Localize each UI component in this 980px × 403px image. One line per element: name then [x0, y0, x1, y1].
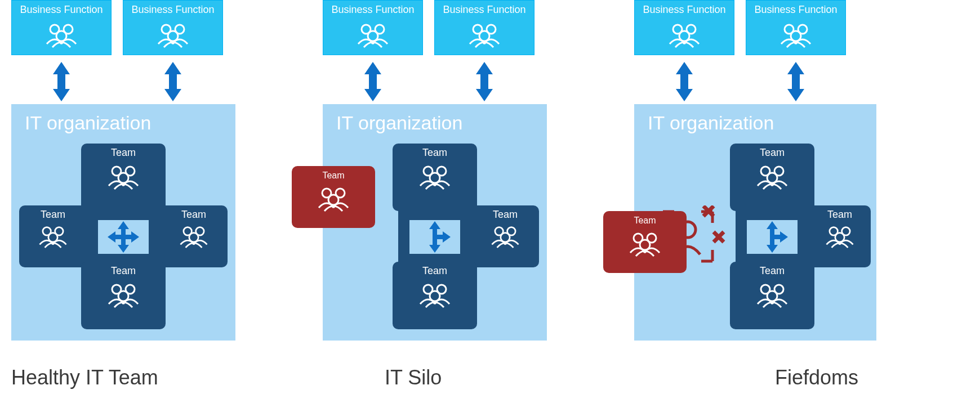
- business-function-label: Business Function: [746, 4, 845, 16]
- business-function-box: Business Function: [123, 0, 223, 55]
- team-box-bottom: Team: [730, 262, 814, 329]
- team-label: Team: [809, 205, 871, 221]
- business-function-label: Business Function: [435, 4, 534, 16]
- arrow-row: [634, 59, 916, 104]
- people-icon: [155, 19, 191, 50]
- team-label: Team: [393, 144, 477, 159]
- business-function-label: Business Function: [123, 4, 222, 16]
- team-box-bottom: Team: [393, 262, 477, 329]
- people-icon: [823, 222, 856, 250]
- double-arrow-icon: [53, 62, 70, 101]
- three-way-arrow-icon: [418, 220, 452, 254]
- it-organization-box: IT organization Team Team Team Team: [11, 104, 235, 341]
- team-box-top: Team: [730, 144, 814, 211]
- business-function-label: Business Function: [323, 4, 422, 16]
- team-label: Team: [730, 144, 814, 159]
- people-icon: [754, 161, 790, 191]
- business-function-row: Business Function Business Function: [634, 0, 916, 59]
- people-icon: [778, 19, 814, 50]
- people-icon: [489, 222, 522, 250]
- business-function-box: Business Function: [634, 0, 734, 55]
- people-icon: [43, 19, 79, 50]
- team-label: Team: [81, 144, 166, 159]
- it-organization-title: IT organization: [634, 104, 876, 134]
- panel-healthy: Business Function Business Function IT o…: [11, 0, 293, 104]
- panel-fiefdoms: Business Function Business Function IT o…: [634, 0, 916, 104]
- three-way-arrow-icon: [755, 220, 789, 254]
- double-arrow-icon: [676, 62, 693, 101]
- business-function-row: Business Function Business Function: [11, 0, 293, 59]
- team-box-top: Team: [393, 144, 477, 211]
- it-organization-title: IT organization: [323, 104, 547, 134]
- center-arrow-chip: [409, 220, 460, 254]
- team-box-right: Team: [160, 205, 228, 267]
- team-label: Team: [292, 166, 375, 181]
- people-icon: [666, 19, 702, 50]
- double-arrow-icon: [164, 62, 181, 101]
- double-arrow-icon: [476, 62, 493, 101]
- four-way-arrow-icon: [106, 220, 140, 254]
- it-organization-title: IT organization: [11, 104, 235, 134]
- people-icon: [627, 228, 663, 258]
- panel-caption: Fiefdoms: [775, 366, 858, 389]
- people-icon: [315, 183, 351, 213]
- business-function-label: Business Function: [12, 4, 111, 16]
- team-box-right: Team: [471, 205, 539, 267]
- team-label: Team: [471, 205, 539, 221]
- team-cluster: Team Team Team Team: [19, 144, 228, 329]
- business-function-box: Business Function: [323, 0, 423, 55]
- business-function-row: Business Function Business Function: [323, 0, 604, 59]
- panel-caption: IT Silo: [385, 366, 442, 389]
- silo-team-box: Team: [603, 211, 687, 273]
- center-arrow-chip: [747, 220, 798, 254]
- people-icon: [105, 161, 141, 191]
- team-box-top: Team: [81, 144, 166, 211]
- business-function-box: Business Function: [746, 0, 846, 55]
- silo-team-box: Team: [292, 166, 375, 228]
- double-arrow-icon: [787, 62, 804, 101]
- people-icon: [466, 19, 502, 50]
- panel-silo: Business Function Business Function IT o…: [323, 0, 604, 104]
- business-function-box: Business Function: [434, 0, 534, 55]
- people-icon: [177, 222, 210, 250]
- business-function-box: Business Function: [11, 0, 112, 55]
- people-icon: [355, 19, 391, 50]
- team-box-right: Team: [809, 205, 871, 267]
- team-label: Team: [81, 262, 166, 277]
- people-icon: [417, 279, 453, 310]
- center-arrow-chip: [98, 220, 149, 254]
- team-label: Team: [19, 205, 87, 221]
- team-label: Team: [160, 205, 228, 221]
- double-arrow-icon: [364, 62, 381, 101]
- team-label: Team: [393, 262, 477, 277]
- panel-caption: Healthy IT Team: [11, 366, 158, 389]
- people-icon: [37, 222, 69, 250]
- team-box-bottom: Team: [81, 262, 166, 329]
- arrow-row: [323, 59, 604, 104]
- arrow-row: [11, 59, 293, 104]
- business-function-label: Business Function: [635, 4, 734, 16]
- people-icon: [417, 161, 453, 191]
- team-label: Team: [730, 262, 814, 277]
- team-box-left: Team: [19, 205, 87, 267]
- people-icon: [105, 279, 141, 310]
- team-label: Team: [603, 211, 687, 226]
- people-icon: [754, 279, 790, 310]
